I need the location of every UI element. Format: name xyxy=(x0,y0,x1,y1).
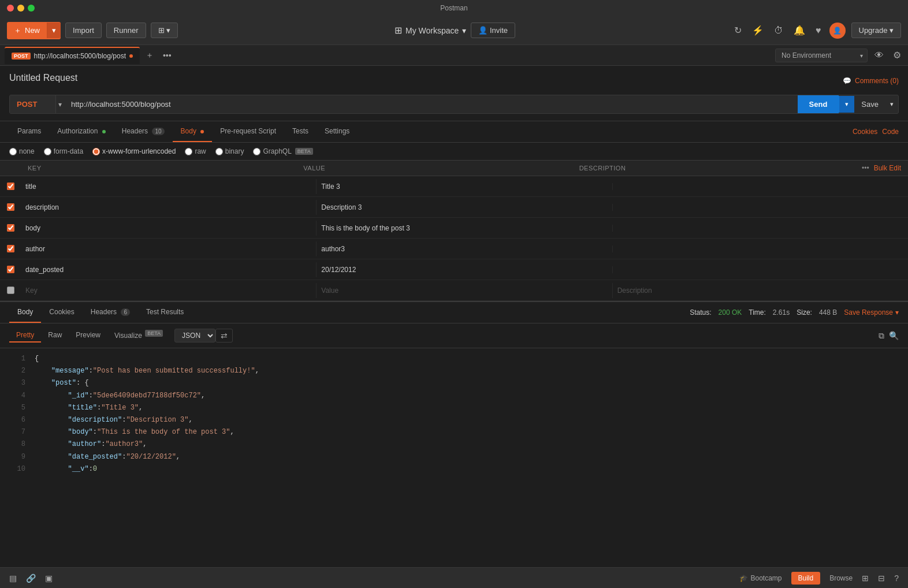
row-4-key[interactable]: author xyxy=(21,241,316,256)
url-input[interactable] xyxy=(64,95,798,113)
minimize-button[interactable] xyxy=(17,5,24,12)
row-1-value[interactable]: Title 3 xyxy=(316,179,612,194)
new-dropdown-arrow[interactable]: ▾ xyxy=(47,23,61,38)
row-3-check[interactable] xyxy=(0,224,21,232)
response-test-results-tab[interactable]: Test Results xyxy=(138,302,192,323)
row-5-desc[interactable] xyxy=(612,266,908,273)
console-icon[interactable]: ▤ xyxy=(9,574,17,583)
response-cookies-tab[interactable]: Cookies xyxy=(41,302,82,323)
body-none-radio[interactable] xyxy=(9,148,17,155)
row-1-key[interactable]: title xyxy=(21,179,316,194)
body-graphql-option[interactable]: GraphQL BETA xyxy=(253,147,312,155)
body-binary-option[interactable]: binary xyxy=(215,147,244,155)
grid-layout-icon[interactable]: ⊞ xyxy=(862,574,869,583)
body-urlencoded-radio[interactable] xyxy=(92,148,100,155)
row-5-value[interactable]: 20/12/2012 xyxy=(316,262,612,277)
search-icon[interactable]: 🔍 xyxy=(889,331,899,340)
body-raw-option[interactable]: raw xyxy=(185,147,206,155)
row-2-check[interactable] xyxy=(0,203,21,211)
row-3-checkbox[interactable] xyxy=(7,224,14,232)
copy-icon[interactable]: ⧉ xyxy=(879,331,884,341)
fmt-raw-tab[interactable]: Raw xyxy=(41,329,69,343)
bulk-edit-button[interactable]: Bulk Edit xyxy=(874,164,901,172)
body-none-option[interactable]: none xyxy=(9,147,35,155)
heart-icon[interactable]: ♥ xyxy=(813,23,824,38)
row-4-check[interactable] xyxy=(0,245,21,252)
row-empty-key[interactable]: Key xyxy=(21,283,316,298)
new-tab-button[interactable]: ＋ xyxy=(142,49,157,62)
body-tab[interactable]: Body xyxy=(173,121,213,142)
sync-icon[interactable]: ↻ xyxy=(732,23,744,38)
save-button[interactable]: Save xyxy=(854,95,885,113)
row-5-checkbox[interactable] xyxy=(7,266,14,273)
cookie-icon[interactable]: ▣ xyxy=(45,574,53,583)
build-button[interactable]: Build xyxy=(791,572,821,585)
response-body-tab[interactable]: Body xyxy=(9,302,41,323)
workspace-button[interactable]: ⊞ My Workspace ▾ xyxy=(395,25,466,36)
headers-tab[interactable]: Headers 10 xyxy=(114,121,173,142)
bootcamp-button[interactable]: 🎓 Bootcamp xyxy=(739,574,782,582)
wrap-button[interactable]: ⇄ xyxy=(215,329,233,343)
more-options-icon[interactable]: ••• xyxy=(862,164,869,172)
row-2-value[interactable]: Description 3 xyxy=(316,200,612,215)
cookies-link[interactable]: Cookies xyxy=(853,128,877,136)
runner-button[interactable]: Runner xyxy=(106,23,146,38)
fmt-pretty-tab[interactable]: Pretty xyxy=(9,329,41,343)
body-graphql-radio[interactable] xyxy=(253,148,261,155)
params-tab[interactable]: Params xyxy=(9,121,49,142)
history-icon[interactable]: ⏱ xyxy=(772,23,786,38)
fmt-visualize-tab[interactable]: Visualize BETA xyxy=(107,328,170,343)
row-3-key[interactable]: body xyxy=(21,221,316,236)
send-dropdown-button[interactable]: ▾ xyxy=(839,96,854,113)
close-button[interactable] xyxy=(7,5,14,12)
import-button[interactable]: Import xyxy=(65,23,102,38)
help-icon[interactable]: ? xyxy=(894,574,899,583)
env-eye-icon[interactable]: 👁 xyxy=(872,48,886,63)
notification-icon[interactable]: 🔔 xyxy=(791,23,807,38)
pre-request-tab[interactable]: Pre-request Script xyxy=(212,121,284,142)
save-response-button[interactable]: Save Response ▾ xyxy=(844,308,899,317)
env-settings-icon[interactable]: ⚙ xyxy=(891,47,903,63)
lightning-icon[interactable]: ⚡ xyxy=(750,23,766,38)
body-urlencoded-option[interactable]: x-www-form-urlencoded xyxy=(92,147,176,155)
send-button[interactable]: Send xyxy=(798,95,839,113)
request-tab[interactable]: POST http://localhost:5000/blog/post xyxy=(5,47,140,64)
tab-more-button[interactable]: ••• xyxy=(159,50,175,61)
row-2-desc[interactable] xyxy=(612,204,908,211)
row-1-checkbox[interactable] xyxy=(7,183,14,190)
maximize-button[interactable] xyxy=(28,5,35,12)
body-binary-radio[interactable] xyxy=(215,148,223,155)
fmt-preview-tab[interactable]: Preview xyxy=(69,329,107,343)
row-2-checkbox[interactable] xyxy=(7,203,14,211)
row-2-key[interactable]: description xyxy=(21,200,316,215)
link-icon[interactable]: 🔗 xyxy=(26,574,36,583)
row-empty-desc[interactable]: Description xyxy=(612,283,908,298)
body-formdata-radio[interactable] xyxy=(44,148,51,155)
browse-button[interactable]: Browse xyxy=(829,574,853,582)
row-1-check[interactable] xyxy=(0,183,21,190)
row-5-key[interactable]: date_posted xyxy=(21,262,316,277)
row-1-desc[interactable] xyxy=(612,183,908,190)
row-empty-value[interactable]: Value xyxy=(316,283,612,298)
row-4-value[interactable]: author3 xyxy=(316,241,612,256)
split-layout-icon[interactable]: ⊟ xyxy=(878,574,885,583)
avatar[interactable]: 👤 xyxy=(829,23,846,39)
body-raw-radio[interactable] xyxy=(185,148,192,155)
row-3-desc[interactable] xyxy=(612,225,908,232)
tests-tab[interactable]: Tests xyxy=(284,121,317,142)
environment-select[interactable]: No Environment xyxy=(775,49,868,62)
row-5-check[interactable] xyxy=(0,266,21,273)
settings-tab[interactable]: Settings xyxy=(317,121,358,142)
row-3-value[interactable]: This is the body of the post 3 xyxy=(316,221,612,236)
runner-extra-button[interactable]: ⊞ ▾ xyxy=(151,23,178,38)
code-link[interactable]: Code xyxy=(882,128,899,136)
body-formdata-option[interactable]: form-data xyxy=(44,147,83,155)
new-button[interactable]: ＋ New ▾ xyxy=(7,22,61,39)
row-4-desc[interactable] xyxy=(612,245,908,252)
comments-link[interactable]: Comments (0) xyxy=(855,77,899,85)
upgrade-button[interactable]: Upgrade ▾ xyxy=(851,23,902,38)
method-select[interactable]: POST GET PUT DELETE xyxy=(10,95,56,113)
format-select[interactable]: JSON XML HTML Text xyxy=(174,329,215,343)
invite-button[interactable]: 👤 Invite xyxy=(471,23,515,38)
save-dropdown-button[interactable]: ▾ xyxy=(885,96,898,113)
